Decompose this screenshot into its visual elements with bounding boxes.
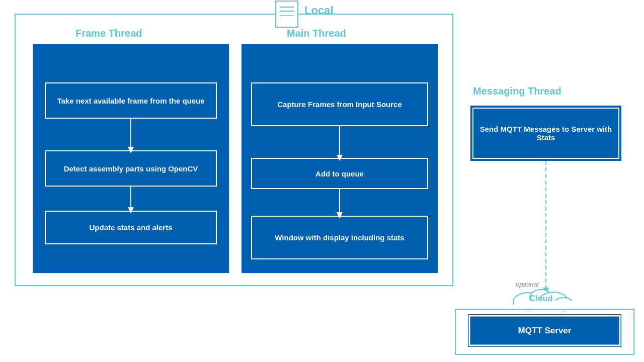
diagram: Local Frame Thread Main Thread Messaging… — [0, 0, 644, 362]
mqtt-box-text: Send MQTT Messages to Server with Stats — [473, 108, 619, 158]
mt-box2-text: Add to queue — [252, 158, 428, 189]
svg-rect-5 — [276, 14, 297, 15]
ft-box3-text: Update stats and alerts — [45, 211, 216, 244]
mqtt-server-text: MQTT Server — [468, 314, 621, 347]
frame-thread-label: Frame Thread — [75, 28, 142, 39]
cloud-label: Cloud — [530, 294, 552, 303]
mt-box1-text: Capture Frames from Input Source — [252, 83, 428, 126]
messaging-thread-label: Messaging Thread — [473, 85, 561, 97]
optional-label: optional — [516, 281, 539, 288]
ft-box1-text: Take next available frame from the queue — [45, 83, 216, 118]
mt-box3-text: Window with display including stats — [252, 216, 428, 259]
ft-box2-text: Detect assembly parts using OpenCV — [45, 151, 216, 186]
local-label: Local — [304, 4, 333, 17]
main-thread-label: Main Thread — [287, 28, 346, 39]
